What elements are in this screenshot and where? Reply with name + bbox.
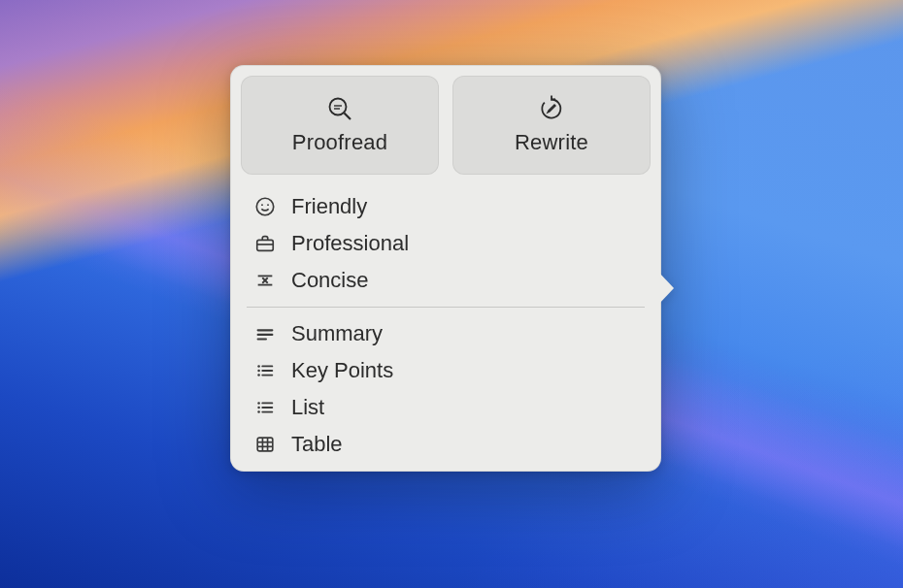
- proofread-label: Proofread: [292, 130, 387, 155]
- menu-item-label: Key Points: [291, 358, 393, 383]
- popover-arrow: [658, 272, 674, 305]
- svg-point-16: [257, 374, 260, 376]
- menu-item-label: Concise: [291, 268, 368, 293]
- svg-point-5: [261, 204, 263, 206]
- format-section: Summary Key Points: [241, 315, 651, 463]
- rewrite-label: Rewrite: [515, 130, 588, 155]
- briefcase-icon: [254, 233, 276, 254]
- menu-item-keypoints[interactable]: Key Points: [241, 352, 651, 389]
- svg-point-6: [267, 204, 269, 206]
- menu-item-label: Friendly: [291, 194, 367, 219]
- svg-rect-26: [257, 438, 273, 451]
- menu-item-professional[interactable]: Professional: [241, 225, 651, 262]
- bullet-list-icon: [254, 360, 276, 381]
- svg-point-0: [330, 99, 347, 115]
- menu-item-table[interactable]: Table: [241, 426, 651, 463]
- svg-point-20: [257, 402, 260, 405]
- writing-tools-popover: Proofread Rewrite: [230, 65, 661, 472]
- menu-item-friendly[interactable]: Friendly: [241, 188, 651, 225]
- rewrite-button[interactable]: Rewrite: [452, 76, 651, 175]
- proofread-icon: [326, 95, 353, 122]
- svg-point-22: [257, 410, 260, 413]
- proofread-button[interactable]: Proofread: [241, 76, 439, 175]
- svg-line-1: [345, 114, 351, 120]
- menu-item-label: Summary: [291, 321, 383, 346]
- rewrite-icon: [538, 95, 565, 122]
- svg-point-15: [257, 370, 260, 373]
- menu-item-summary[interactable]: Summary: [241, 315, 651, 352]
- concise-icon: [254, 270, 276, 291]
- svg-rect-7: [257, 240, 274, 250]
- svg-point-21: [257, 407, 260, 409]
- menu-item-label: List: [291, 395, 324, 420]
- smile-icon: [254, 196, 276, 217]
- menu-separator: [247, 307, 645, 308]
- menu-item-label: Table: [291, 432, 343, 457]
- svg-point-4: [256, 198, 273, 214]
- svg-point-14: [257, 365, 260, 368]
- bullet-list-icon: [254, 397, 276, 418]
- menu-item-concise[interactable]: Concise: [241, 262, 651, 299]
- menu-item-label: Professional: [291, 231, 409, 256]
- tone-section: Friendly Professional: [241, 188, 651, 299]
- menu-item-list[interactable]: List: [241, 389, 651, 426]
- summary-icon: [254, 323, 276, 344]
- top-buttons-row: Proofread Rewrite: [241, 76, 651, 175]
- table-icon: [254, 434, 276, 455]
